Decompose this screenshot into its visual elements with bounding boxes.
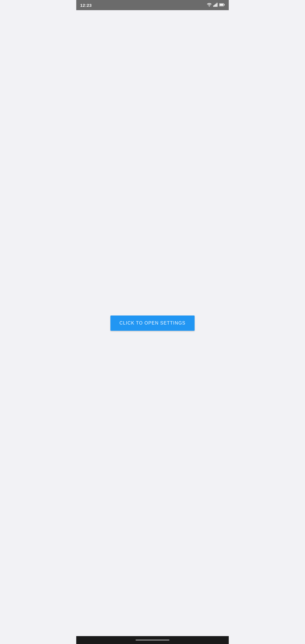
nav-pill [136,639,169,641]
signal-icon [213,3,218,8]
wifi-icon [207,3,212,8]
open-settings-button[interactable]: CLICK TO OPEN SETTINGS [110,316,195,331]
svg-rect-3 [217,3,217,7]
svg-rect-0 [213,5,214,7]
main-content: CLICK TO OPEN SETTINGS [76,10,229,636]
svg-rect-1 [214,5,215,7]
nav-bar [76,636,229,644]
svg-rect-2 [215,4,216,7]
status-time: 12:23 [80,3,92,8]
svg-rect-5 [224,4,225,5]
svg-rect-6 [220,4,223,5]
status-icons [207,3,225,8]
status-bar: 12:23 [76,0,229,10]
battery-icon [219,3,225,8]
